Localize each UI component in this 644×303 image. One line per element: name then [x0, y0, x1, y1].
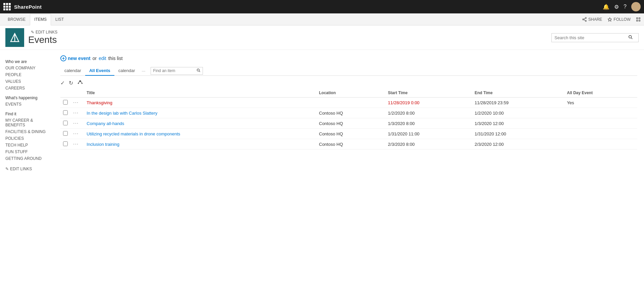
- table-row: ··· Utilizing recycled materials in dron…: [60, 129, 637, 139]
- sidebar-item-values[interactable]: VALUES: [5, 78, 54, 85]
- event-title-link[interactable]: Inclusion training: [87, 142, 119, 147]
- svg-point-12: [629, 35, 632, 38]
- content-area: + new event or edit this list calendar A…: [54, 50, 644, 303]
- event-title-link[interactable]: In the design lab with Carlos Slattery: [87, 111, 157, 116]
- sidebar-item-tech-help[interactable]: TECH HELP: [5, 142, 54, 148]
- tab-calendar-2[interactable]: calendar: [114, 66, 139, 76]
- row-context-menu[interactable]: ···: [73, 110, 81, 116]
- svg-line-20: [81, 82, 82, 83]
- sidebar-item-people[interactable]: PEOPLE: [5, 71, 54, 78]
- sidebar: Who we are OUR COMPANY PEOPLE VALUES CAR…: [0, 50, 54, 303]
- find-item-box[interactable]: [151, 67, 203, 75]
- help-icon[interactable]: ?: [624, 4, 627, 10]
- tab-items[interactable]: ITEMS: [30, 14, 51, 25]
- sidebar-section-who: Who we are: [5, 59, 54, 64]
- sidebar-item-careers[interactable]: CAREERS: [5, 85, 54, 92]
- view-tabs: calendar All Events calendar ···: [60, 66, 637, 76]
- row-checkbox-cell[interactable]: [60, 98, 70, 108]
- event-title-link[interactable]: Utilizing recycled materials in drone co…: [87, 131, 180, 136]
- focus-button[interactable]: [636, 17, 641, 22]
- sidebar-item-events[interactable]: EVENTS: [5, 101, 54, 108]
- tab-calendar-1[interactable]: calendar: [60, 66, 85, 76]
- row-checkbox-cell[interactable]: [60, 108, 70, 118]
- svg-point-18: [82, 83, 83, 84]
- sidebar-item-facilities[interactable]: FACILITIES & DINING: [5, 128, 54, 135]
- find-item-search-icon[interactable]: [197, 68, 201, 73]
- search-box[interactable]: [551, 33, 639, 42]
- row-location: [316, 98, 385, 108]
- refresh-icon[interactable]: ↻: [69, 80, 73, 86]
- row-checkbox[interactable]: [63, 121, 68, 125]
- pencil-icon-sidebar: ✎: [5, 167, 9, 171]
- sidebar-section-find: Find it: [5, 112, 54, 116]
- col-header-title: Title: [84, 88, 316, 98]
- row-dots[interactable]: ···: [70, 108, 84, 118]
- row-all-day: Yes: [564, 98, 637, 108]
- ribbon: BROWSE ITEMS LIST SHARE FOLLOW: [0, 13, 644, 25]
- row-start-time: 1/31/2020 11:00: [385, 129, 472, 139]
- row-location: Contoso HQ: [316, 129, 385, 139]
- svg-point-17: [78, 83, 79, 84]
- new-event-button[interactable]: + new event: [60, 55, 91, 61]
- tab-all-events[interactable]: All Events: [85, 66, 114, 76]
- row-checkbox[interactable]: [63, 110, 68, 115]
- tab-list[interactable]: LIST: [51, 13, 68, 25]
- row-dots[interactable]: ···: [70, 129, 84, 139]
- bell-icon[interactable]: 🔔: [603, 4, 609, 10]
- edit-list-link[interactable]: edit: [99, 56, 106, 61]
- site-logo: [5, 28, 24, 47]
- row-start-time: 1/2/2020 8:00: [385, 108, 472, 118]
- tab-browse[interactable]: BROWSE: [3, 13, 30, 25]
- share-list-icon[interactable]: [77, 79, 83, 86]
- select-all-icon[interactable]: ✓: [60, 80, 65, 86]
- row-context-menu[interactable]: ···: [73, 120, 81, 126]
- row-title: Company all-hands: [84, 118, 316, 129]
- gear-icon[interactable]: ⚙: [614, 4, 619, 10]
- row-start-time: 11/28/2019 0:00: [385, 98, 472, 108]
- row-context-menu[interactable]: ···: [73, 100, 81, 105]
- row-checkbox[interactable]: [63, 100, 68, 105]
- svg-point-16: [79, 80, 81, 82]
- row-dots[interactable]: ···: [70, 118, 84, 129]
- plus-circle-icon: +: [60, 55, 66, 61]
- row-title: Thanksgiving: [84, 98, 316, 108]
- event-title-link[interactable]: Thanksgiving: [87, 100, 112, 105]
- view-tab-more[interactable]: ···: [139, 66, 148, 75]
- share-button[interactable]: SHARE: [582, 17, 602, 22]
- sidebar-item-getting-around[interactable]: GETTING AROUND: [5, 155, 54, 162]
- top-bar: SharePoint 🔔 ⚙ ?: [0, 0, 644, 13]
- table-row: ··· Company all-hands Contoso HQ 1/3/202…: [60, 118, 637, 129]
- edit-links-sidebar-button[interactable]: ✎ EDIT LINKS: [5, 167, 54, 171]
- row-checkbox-cell[interactable]: [60, 118, 70, 129]
- edit-links-header-button[interactable]: ✎ EDIT LINKS: [31, 30, 57, 35]
- svg-line-19: [79, 82, 79, 83]
- row-checkbox-cell[interactable]: [60, 129, 70, 139]
- row-checkbox[interactable]: [63, 131, 68, 136]
- row-dots[interactable]: ···: [70, 98, 84, 108]
- sidebar-item-fun-stuff[interactable]: FUN STUFF: [5, 148, 54, 155]
- table-row: ··· Thanksgiving 11/28/2019 0:00 11/28/2…: [60, 98, 637, 108]
- find-item-input[interactable]: [153, 68, 197, 73]
- svg-point-1: [585, 20, 587, 21]
- avatar[interactable]: [631, 2, 641, 11]
- sidebar-item-policies[interactable]: POLICIES: [5, 135, 54, 142]
- follow-button[interactable]: FOLLOW: [607, 17, 631, 22]
- row-dots[interactable]: ···: [70, 139, 84, 149]
- sidebar-item-our-company[interactable]: OUR COMPANY: [5, 65, 54, 71]
- row-context-menu[interactable]: ···: [73, 131, 81, 136]
- waffle-icon[interactable]: [3, 3, 11, 10]
- list-toolbar: ✓ ↻: [60, 79, 637, 86]
- row-context-menu[interactable]: ···: [73, 141, 81, 147]
- site-header-left: ✎ EDIT LINKS Events: [5, 28, 57, 47]
- svg-line-3: [584, 18, 585, 19]
- ribbon-right: SHARE FOLLOW: [582, 17, 641, 22]
- table-row: ··· In the design lab with Carlos Slatte…: [60, 108, 637, 118]
- row-location: Contoso HQ: [316, 108, 385, 118]
- sidebar-item-my-career[interactable]: MY CAREER & BENEFITS: [5, 117, 54, 128]
- search-input[interactable]: [554, 35, 628, 40]
- row-checkbox[interactable]: [63, 141, 68, 146]
- col-header-dots: [70, 88, 84, 98]
- event-title-link[interactable]: Company all-hands: [87, 121, 124, 126]
- row-checkbox-cell[interactable]: [60, 139, 70, 149]
- search-icon[interactable]: [628, 35, 633, 41]
